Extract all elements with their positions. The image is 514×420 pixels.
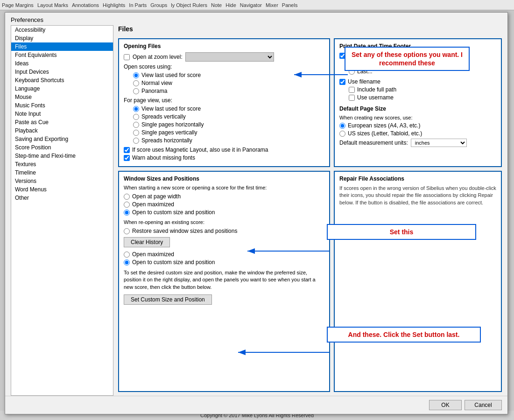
toolbar-item[interactable]: Highlights	[103, 2, 125, 8]
open-zoom-checkbox[interactable]	[124, 54, 130, 60]
radio-view-last-input[interactable]	[133, 72, 139, 78]
radio-normal-input[interactable]	[133, 80, 139, 86]
sidebar-item-input-devices[interactable]: Input Devices	[11, 68, 113, 76]
radio-maximized2-input[interactable]	[124, 252, 130, 258]
default-page-size-title: Default Page Size	[339, 105, 496, 112]
toolbar-item[interactable]: Annotations	[72, 2, 99, 8]
radio-page-width-input[interactable]	[124, 194, 130, 200]
radio-single-horiz-input[interactable]	[133, 122, 139, 128]
sidebar-item-note-input[interactable]: Note Input	[11, 110, 113, 118]
radio-panorama[interactable]: Panorama	[133, 88, 324, 94]
magnetic-checkbox[interactable]	[124, 147, 130, 153]
use-filename-label: Use filename	[348, 78, 380, 85]
radio-spreads-horiz-input[interactable]	[133, 138, 139, 144]
section-title: Files	[118, 25, 502, 33]
radio-custom-first-input[interactable]	[124, 210, 130, 216]
sidebar-item-font-equivalents[interactable]: Font Equivalents	[11, 51, 113, 59]
toolbar-item[interactable]: Hide	[225, 2, 236, 8]
radio-spreads-vert-input[interactable]	[133, 114, 139, 120]
measurement-select[interactable]: inches cm mm points	[411, 139, 467, 147]
use-username-checkbox[interactable]	[349, 95, 355, 101]
for-page-label: For page view, use:	[124, 97, 172, 104]
radio-view-last2-label: View last used for score	[141, 105, 201, 112]
radio-spreads-horiz[interactable]: Spreads horizontally	[133, 137, 324, 144]
sidebar-item-step-time[interactable]: Step-time and Flexi-time	[11, 152, 113, 160]
repair-title: Repair File Associations	[339, 175, 496, 182]
radio-panorama-input[interactable]	[133, 88, 139, 94]
radio-normal-label: Normal view	[141, 80, 172, 86]
sidebar-item-mouse[interactable]: Mouse	[11, 93, 113, 101]
radio-single-horiz-label: Single pages horizontally	[141, 121, 204, 128]
when-starting-label: When starting a new score or opening a s…	[124, 185, 324, 190]
sidebar-item-ideas[interactable]: Ideas	[11, 59, 113, 68]
default-page-size-section: Default Page Size When creating new scor…	[339, 105, 496, 137]
warn-fonts-checkbox[interactable]	[124, 155, 130, 161]
radio-european[interactable]: European sizes (A4, A3, etc.)	[339, 122, 496, 129]
sidebar-item-accessibility[interactable]: Accessibility	[11, 26, 113, 34]
zoom-row: Open at zoom level:	[124, 52, 324, 62]
radio-maximized2[interactable]: Open maximized	[124, 251, 324, 258]
cancel-button[interactable]: Cancel	[465, 400, 502, 410]
annotation-box-3: And these. Click the Set button last.	[327, 327, 481, 343]
radio-view-last[interactable]: View last used for score	[133, 72, 324, 78]
sidebar-item-timeline[interactable]: Timeline	[11, 168, 113, 177]
zoom-label: Open at zoom level:	[133, 54, 183, 60]
sidebar-item-textures[interactable]: Textures	[11, 160, 113, 168]
toolbar-item[interactable]: Groups	[150, 2, 167, 8]
radio-custom2[interactable]: Open to custom size and position	[124, 259, 324, 266]
radio-restore[interactable]: Restore saved window sizes and positions	[124, 228, 324, 234]
sidebar-item-language[interactable]: Language	[11, 84, 113, 93]
sidebar-item-score-position[interactable]: Score Position	[11, 143, 113, 152]
preferences-dialog: Preferences Accessibility Display Files …	[5, 12, 508, 414]
use-filename-checkbox[interactable]	[339, 79, 345, 85]
sidebar-item-music-fonts[interactable]: Music Fonts	[11, 101, 113, 110]
sidebar-item-playback[interactable]: Playback	[11, 126, 113, 135]
toolbar-item[interactable]: Layout Marks	[37, 2, 68, 8]
radio-maximized-input[interactable]	[124, 202, 130, 208]
sidebar-item-saving-exporting[interactable]: Saving and Exporting	[11, 135, 113, 143]
toolbar-item[interactable]: In Parts	[129, 2, 147, 8]
radio-single-horiz[interactable]: Single pages horizontally	[133, 121, 324, 128]
repair-panel: Repair File Associations If scores open …	[334, 171, 502, 392]
toolbar-item[interactable]: Navigator	[240, 2, 262, 8]
radio-custom2-input[interactable]	[124, 259, 130, 266]
set-custom-button[interactable]: Set Custom Size and Position	[124, 294, 212, 305]
sidebar-item-files[interactable]: Files	[11, 42, 113, 51]
warn-fonts-row: Warn about missing fonts	[124, 154, 324, 161]
clear-history-button[interactable]: Clear History	[124, 237, 170, 247]
include-full-path-checkbox[interactable]	[349, 87, 355, 93]
panels-button[interactable]: Panels	[282, 2, 298, 8]
open-scores-label: Open scores using:	[124, 63, 172, 70]
toolbar-item[interactable]: Note	[211, 2, 222, 8]
radio-single-vert-input[interactable]	[133, 130, 139, 136]
radio-page-width[interactable]: Open at page width	[124, 193, 324, 200]
radio-us-input[interactable]	[339, 131, 345, 137]
ok-button[interactable]: OK	[429, 400, 462, 410]
magnetic-row: If score uses Magnetic Layout, also use …	[124, 147, 324, 153]
radio-maximized[interactable]: Open maximized	[124, 201, 324, 208]
radio-single-vert[interactable]: Single pages vertically	[133, 129, 324, 136]
radio-spreads-vert[interactable]: Spreads vertically	[133, 113, 324, 120]
sidebar-item-word-menus[interactable]: Word Menus	[11, 185, 113, 194]
radio-normal[interactable]: Normal view	[133, 80, 324, 86]
toolbar-item[interactable]: Page Margins	[2, 2, 34, 8]
radio-maximized-label: Open maximized	[132, 201, 174, 208]
radio-custom-first[interactable]: Open to custom size and position	[124, 209, 324, 216]
sidebar-item-other[interactable]: Other	[11, 194, 113, 202]
radio-us[interactable]: US sizes (Letter, Tabloid, etc.)	[339, 130, 496, 137]
radio-european-input[interactable]	[339, 123, 345, 129]
window-sizes-panel: Window Sizes and Positions When starting…	[118, 171, 330, 392]
radio-view-last2[interactable]: View last used for score	[133, 105, 324, 112]
include-full-path-label: Include full path	[357, 86, 396, 93]
radio-restore-input[interactable]	[124, 228, 130, 234]
zoom-select[interactable]	[185, 52, 274, 62]
toolbar-item[interactable]: Mixer	[266, 2, 278, 8]
sidebar-item-keyboard-shortcuts[interactable]: Keyboard Shortcuts	[11, 76, 113, 84]
sidebar-item-display[interactable]: Display	[11, 34, 113, 42]
toolbar-item[interactable]: ly Object Rulers	[171, 2, 207, 8]
dialog-footer: OK Cancel	[5, 396, 507, 414]
sidebar-item-versions[interactable]: Versions	[11, 177, 113, 185]
sidebar-item-paste-as-cue[interactable]: Paste as Cue	[11, 118, 113, 126]
radio-view-last2-input[interactable]	[133, 106, 139, 112]
set-custom-row: Set Custom Size and Position	[124, 294, 324, 305]
